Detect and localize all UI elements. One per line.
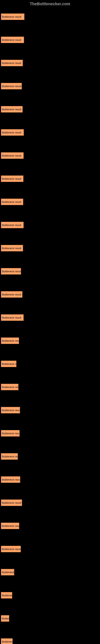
bar-chart: Bottleneck resultBottleneck resultBottle… xyxy=(0,8,100,644)
bar-row: Bottleneck result xyxy=(1,10,99,20)
bar-spacer xyxy=(1,56,99,59)
bar-spacer xyxy=(1,519,99,522)
bar[interactable]: Bottleneck result xyxy=(1,83,22,89)
bar-row: Bottleneck result xyxy=(1,241,99,251)
bar-spacer xyxy=(1,565,99,568)
bar[interactable]: Bottleneck result xyxy=(1,268,21,274)
bar-row: Bottleneck result xyxy=(1,612,99,622)
bar-spacer xyxy=(1,172,99,175)
bar-spacer xyxy=(1,635,99,638)
bar-row: Bottleneck result xyxy=(1,588,99,598)
bar[interactable]: Bottleneck result xyxy=(1,222,24,228)
bar-spacer xyxy=(1,241,99,244)
bar[interactable]: Bottleneck result xyxy=(1,199,23,205)
bar-row: Bottleneck result xyxy=(1,450,99,460)
bar-row: Bottleneck result xyxy=(1,288,99,298)
bar-row: Bottleneck result xyxy=(1,218,99,228)
bar-spacer xyxy=(1,450,99,452)
bar-row: Bottleneck result xyxy=(1,334,99,344)
bar-spacer xyxy=(1,126,99,128)
site-header: TheBottlenecker.com xyxy=(0,0,100,8)
bar-row: Bottleneck result xyxy=(1,426,99,436)
bar[interactable]: Bottleneck result xyxy=(1,569,14,575)
bar-spacer xyxy=(1,102,99,105)
bar-row: Bottleneck result xyxy=(1,473,99,483)
bar[interactable]: Bottleneck result xyxy=(1,500,22,506)
bar[interactable]: Bottleneck result xyxy=(1,523,19,529)
bar-row: Bottleneck result xyxy=(1,172,99,182)
bar-row: Bottleneck result xyxy=(1,264,99,274)
bar-row: Bottleneck result xyxy=(1,102,99,112)
bar[interactable]: Bottleneck result xyxy=(1,592,12,598)
bar-spacer xyxy=(1,588,99,591)
bar[interactable]: Bottleneck result xyxy=(1,546,21,552)
bar[interactable]: Bottleneck result xyxy=(1,407,20,413)
bar-spacer xyxy=(1,264,99,267)
bar[interactable]: Bottleneck result xyxy=(1,152,24,159)
bar[interactable]: Bottleneck result xyxy=(1,361,16,367)
bar[interactable]: Bottleneck result xyxy=(1,430,20,436)
bar[interactable]: Bottleneck result xyxy=(1,14,24,20)
bar-row: Bottleneck result xyxy=(1,79,99,89)
bar-spacer xyxy=(1,218,99,221)
bar-row: Bottleneck result xyxy=(1,403,99,413)
bar-spacer xyxy=(1,149,99,152)
bar-row: Bottleneck result xyxy=(1,565,99,575)
bar-row: Bottleneck result xyxy=(1,357,99,367)
bar-row: Bottleneck result xyxy=(1,380,99,390)
bar-row: Bottleneck result xyxy=(1,195,99,205)
bar-spacer xyxy=(1,357,99,360)
bar-spacer xyxy=(1,288,99,290)
bar[interactable]: Bottleneck result xyxy=(1,106,23,112)
bar-spacer xyxy=(1,334,99,337)
bar-row: Bottleneck result xyxy=(1,311,99,321)
bar-spacer xyxy=(1,542,99,545)
bar[interactable]: Bottleneck result xyxy=(1,291,22,298)
bar-spacer xyxy=(1,311,99,314)
bar[interactable]: Bottleneck result xyxy=(1,60,23,66)
bar-spacer xyxy=(1,10,99,13)
bar[interactable]: Bottleneck result xyxy=(1,338,19,344)
bar-spacer xyxy=(1,612,99,614)
bar[interactable]: Bottleneck result xyxy=(1,314,24,321)
bar-spacer xyxy=(1,426,99,429)
bar-spacer xyxy=(1,33,99,36)
bar-row: Bottleneck result xyxy=(1,635,99,644)
bar-row: Bottleneck result xyxy=(1,126,99,136)
bar-spacer xyxy=(1,473,99,476)
bar-row: Bottleneck result xyxy=(1,56,99,66)
bar[interactable]: Bottleneck result xyxy=(1,638,13,644)
bar-row: Bottleneck result xyxy=(1,149,99,159)
bar-spacer xyxy=(1,380,99,383)
bar[interactable]: Bottleneck result xyxy=(1,129,24,136)
bar-row: Bottleneck result xyxy=(1,33,99,43)
bar[interactable]: Bottleneck result xyxy=(1,245,23,251)
bar-spacer xyxy=(1,496,99,499)
bar[interactable]: Bottleneck result xyxy=(1,476,20,483)
bar[interactable]: Bottleneck result xyxy=(1,176,23,182)
bar-row: Bottleneck result xyxy=(1,519,99,529)
bar[interactable]: Bottleneck result xyxy=(1,384,18,390)
bar[interactable]: Bottleneck result xyxy=(1,615,9,622)
bar-row: Bottleneck result xyxy=(1,496,99,506)
bar-spacer xyxy=(1,79,99,82)
bar[interactable]: Bottleneck result xyxy=(1,453,18,460)
bar[interactable]: Bottleneck result xyxy=(1,37,24,43)
bar-spacer xyxy=(1,403,99,406)
bar-spacer xyxy=(1,195,99,198)
bar-row: Bottleneck result xyxy=(1,542,99,552)
